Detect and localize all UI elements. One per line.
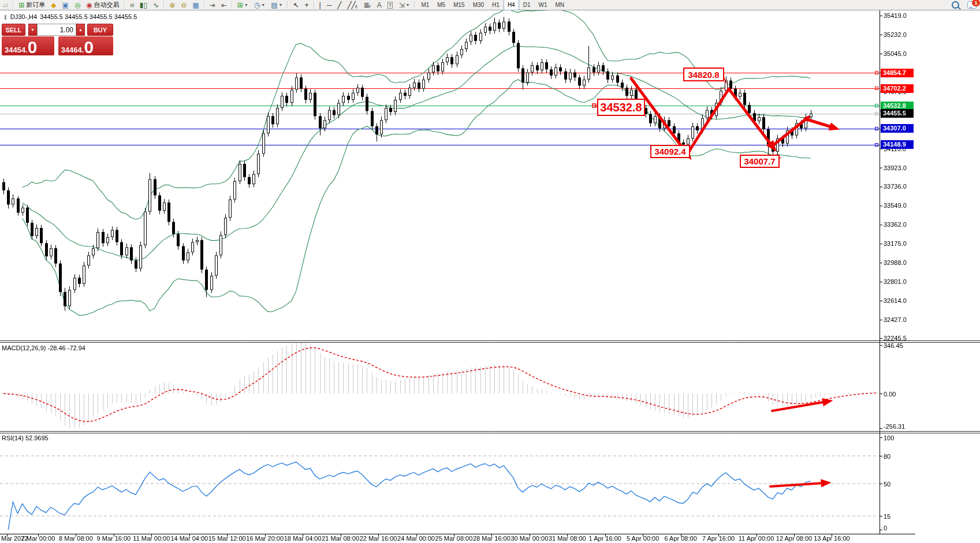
chart-canvas[interactable] [0, 0, 980, 543]
one-click-trade-panel: SELL ▼ 1.00 ▲ BUY 34454.0 34464.0 [2, 24, 113, 55]
price-line-label: 34854.7 [881, 69, 914, 77]
price-axis-tick: 33175.0 [884, 240, 907, 247]
symbol-name: DJ30-,H4 [10, 13, 37, 20]
volume-input[interactable]: 1.00 [37, 24, 76, 36]
dropdown-arrow-icon: ▼ [405, 3, 409, 7]
time-axis-label: 31 Mar 08:00 [549, 535, 586, 542]
macd-indicator-label: MACD(12,26,9) -28.46 -72.94 [2, 344, 85, 351]
notifications-icon[interactable]: 1 [967, 1, 977, 9]
search-icon[interactable] [952, 1, 959, 9]
toolbar-separator [314, 1, 315, 9]
vertical-line-tool[interactable]: | [317, 0, 323, 10]
new-order-glyph: ⊞ [18, 2, 24, 9]
timeframe-button-MN[interactable]: MN [551, 0, 568, 10]
timeframe-button-M15[interactable]: M15 [449, 0, 468, 10]
price-annotation-label[interactable]: 34820.8 [683, 68, 724, 81]
data-window-icon[interactable]: ▣ [60, 0, 71, 10]
rsi-scale-tick: 0 [884, 525, 887, 531]
price-axis-tick: 33549.0 [884, 202, 907, 209]
time-axis-label: 12 Apr 08:00 [776, 535, 812, 542]
price-axis-tick: 32801.0 [884, 278, 907, 285]
market-watch-icon[interactable]: ◆ [49, 0, 58, 10]
candlestick-chart-icon[interactable]: ▮▯ [137, 0, 150, 10]
toolbar-right-group: 1 [952, 1, 980, 9]
trendline-tool[interactable]: ╱ [335, 0, 344, 10]
new-order-button[interactable]: ⊞新订单 [16, 0, 47, 10]
autotrade-button-label: 自动交易 [94, 1, 120, 9]
chart-shift-icon[interactable]: ⇤ [219, 0, 229, 10]
price-axis-tick: 32988.0 [884, 259, 907, 266]
price-axis-tick: 32245.5 [884, 335, 907, 342]
time-axis-label: 5 Apr 00:00 [627, 535, 659, 542]
tool-sub-label: E [355, 5, 358, 9]
time-axis-label: 14 Mar 04:00 [170, 535, 208, 542]
rsi-scale-tick: 100 [884, 435, 894, 441]
time-axis-label: 11 Apr 00:00 [739, 535, 774, 542]
time-axis-label: 8 Mar 08:00 [59, 535, 93, 542]
timeframe-button-H1[interactable]: H1 [488, 0, 504, 10]
macd-scale-tick: -256.31 [884, 423, 905, 430]
time-axis-label: 6 Apr 08:00 [665, 535, 697, 542]
bar-chart-icon[interactable]: ≡ [128, 0, 136, 10]
text-glyph: A [377, 2, 382, 9]
dropdown-arrow-icon: ▼ [261, 3, 265, 7]
time-axis-label: 9 Mar 16:00 [97, 535, 131, 542]
line-chart-icon[interactable]: ∿ [151, 0, 161, 10]
price-annotation-label[interactable]: 34532.8 [597, 99, 645, 116]
zoom-out-icon[interactable]: ⊖ [178, 0, 189, 10]
add-indicator-glyph: ⊞ [237, 2, 243, 9]
toolbar-separator [124, 1, 125, 9]
time-axis-label: 7 Apr 16:00 [702, 535, 735, 542]
buy-price[interactable]: 34464.0 [58, 36, 113, 55]
timeframe-button-W1[interactable]: W1 [534, 0, 551, 10]
data-window-icon-glyph: ▣ [62, 2, 69, 9]
rsi-scale-tick: 50 [884, 481, 890, 488]
main-toolbar: ▱⊞新订单◆▣◎◉自动交易≡▮▯∿⊕⊖▦⇥⇤⊞▼◷▼▤▼↖+|─╱╱╱E≣FAT… [0, 0, 980, 10]
window-icon[interactable]: ▱ [1, 0, 10, 10]
price-annotation-label[interactable]: 34092.4 [650, 145, 690, 158]
timeframe-button-M1[interactable]: M1 [417, 0, 433, 10]
symbol-ohlc: 34455.5 34455.5 34455.5 34455.5 [40, 13, 137, 20]
channel-tool[interactable]: ╱╱E [345, 0, 360, 10]
crosshair-tool[interactable]: + [303, 0, 311, 10]
cursor-glyph: ↖ [293, 2, 299, 9]
text-tool[interactable]: A [375, 0, 384, 10]
auto-scroll-icon-glyph: ⇥ [210, 2, 215, 9]
time-axis-label: 16 Mar 20:00 [246, 535, 284, 542]
autotrade-button[interactable]: ◉自动交易 [84, 0, 121, 10]
time-axis-label: 21 Mar 08:00 [322, 535, 359, 542]
buy-button[interactable]: BUY [87, 24, 113, 36]
sell-price[interactable]: 34454.0 [2, 36, 54, 55]
time-axis-label: 25 Mar 08:00 [435, 535, 473, 542]
timeframe-button-D1[interactable]: D1 [519, 0, 535, 10]
volume-down-button[interactable]: ▼ [28, 24, 37, 36]
period-button[interactable]: ◷▼ [252, 0, 267, 10]
label-tool[interactable]: T [385, 0, 396, 10]
toolbar-separator [13, 1, 14, 9]
timeframe-button-M30[interactable]: M30 [469, 0, 488, 10]
timeframe-button-H4[interactable]: H4 [504, 0, 519, 10]
window-icon-glyph: ▱ [3, 2, 8, 9]
arrows-tool[interactable]: ⇲▼ [396, 0, 412, 10]
time-axis-label: 18 Mar 04:00 [284, 535, 322, 542]
volume-up-button[interactable]: ▲ [76, 24, 85, 36]
market-watch-icon-glyph: ◆ [51, 2, 56, 9]
add-indicator-button[interactable]: ⊞▼ [235, 0, 251, 10]
signals-icon[interactable]: ◎ [72, 0, 83, 10]
zoom-in-icon[interactable]: ⊕ [167, 0, 177, 10]
timeframe-button-M5[interactable]: M5 [433, 0, 449, 10]
macd-scale-tick: 0.00 [884, 391, 896, 398]
template-button[interactable]: ▤▼ [269, 0, 285, 10]
cursor-tool[interactable]: ↖ [290, 0, 301, 10]
price-axis-tick: 33362.0 [884, 221, 907, 228]
fibonacci-tool[interactable]: ≣F [362, 0, 374, 10]
rsi-indicator-label: RSI(14) 52.9695 [2, 435, 49, 441]
sell-button[interactable]: SELL [2, 24, 25, 36]
signals-icon-glyph: ◎ [74, 2, 80, 9]
tile-windows-icon[interactable]: ▦ [190, 0, 201, 10]
price-annotation-label[interactable]: 34007.7 [740, 155, 780, 168]
time-axis-label: 1 Apr 16:00 [589, 535, 621, 542]
tile-windows-icon-glyph: ▦ [192, 2, 199, 9]
auto-scroll-icon[interactable]: ⇥ [207, 0, 218, 10]
horizontal-line-tool[interactable]: ─ [325, 0, 334, 10]
